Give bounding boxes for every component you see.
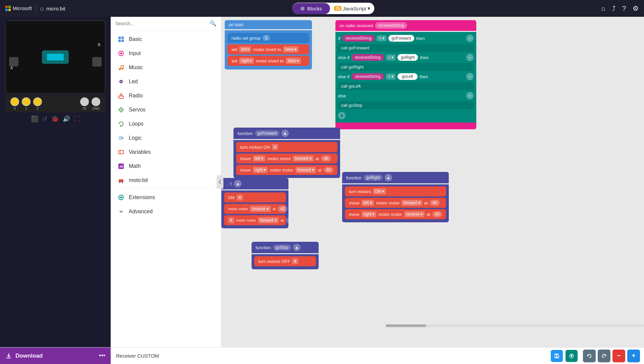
sidebar-item-servos[interactable]: Servos	[111, 103, 221, 117]
on-radio-received-block[interactable]: on radio received receivedString	[335, 20, 476, 31]
blocks-tab[interactable]: ⊞ Blocks	[292, 3, 330, 14]
hscroll-thumb[interactable]	[386, 324, 426, 327]
js-icon: JS	[334, 6, 341, 11]
false-dropdown-left[interactable]: false ▾	[283, 46, 298, 52]
fn-goright-header[interactable]: function goRight ▲	[342, 172, 449, 183]
call-goforward-block[interactable]: call goForward	[338, 44, 474, 52]
sim-stop-btn[interactable]: ⬛	[31, 115, 38, 123]
blocks-canvas[interactable]: on start radio set group 1 set left ▾ mo…	[221, 17, 644, 347]
download-more-btn[interactable]: •••	[99, 352, 105, 359]
sidebar-item-basic[interactable]: Basic	[111, 32, 221, 46]
fn-gostop-collapse-btn[interactable]: ▲	[293, 244, 301, 251]
music-icon	[117, 64, 125, 71]
goleft-move1-block[interactable]: motor motor reverse ▾ at 40	[224, 204, 286, 214]
goright-turn-on-block[interactable]: turn motors ON ▾	[345, 186, 446, 196]
elseif1-minus-btn[interactable]: −	[466, 54, 474, 61]
fn-goleft-header[interactable]: …ft ▲	[221, 178, 288, 189]
sidebar-item-variables[interactable]: Variables	[111, 145, 221, 159]
on-start-block[interactable]: on start	[225, 20, 312, 29]
extensions-icon	[117, 194, 125, 201]
sidebar-item-input[interactable]: Input	[111, 46, 221, 60]
undo-btn[interactable]	[583, 350, 596, 362]
fn-gostop-header[interactable]: function goStop ▲	[252, 242, 319, 253]
microbit-screen	[42, 50, 69, 64]
sim-debug-btn[interactable]: 🐞	[51, 115, 59, 123]
elseif-goleft-block[interactable]: else if receivedString = ▾ goLeft then −	[338, 72, 474, 81]
github-btn[interactable]	[566, 350, 578, 362]
call-goright-block[interactable]: call goRight	[338, 63, 474, 71]
call-gostop-block[interactable]: call goStop	[338, 101, 474, 109]
false-dropdown-right[interactable]: false ▾	[286, 58, 301, 64]
loops-icon	[117, 120, 125, 128]
svg-point-15	[120, 109, 122, 110]
else-block[interactable]: else −	[338, 91, 474, 100]
download-button[interactable]: Download •••	[0, 348, 111, 364]
search-icon[interactable]: 🔍	[210, 20, 216, 27]
fn-goforward-body: turn motors ON ▾ move left ▾ motor motor…	[233, 140, 340, 178]
pin-1: 1	[22, 97, 31, 110]
sim-restart-btn[interactable]: ↺	[42, 115, 47, 123]
left-dropdown[interactable]: left ▾	[239, 46, 251, 52]
svg-line-10	[121, 65, 123, 66]
goleft-turn-on-block[interactable]: ON ▾	[224, 192, 286, 202]
sidebar-item-loops[interactable]: Loops	[111, 117, 221, 131]
if-goforward-block[interactable]: if receivedString = ▾ goForward then − c…	[335, 32, 476, 123]
sidebar-item-led[interactable]: Led	[111, 75, 221, 89]
settings-icon[interactable]: ⚙	[633, 4, 639, 12]
fn-collapse-btn[interactable]: ▲	[281, 130, 289, 137]
zoom-out-btn[interactable]: −	[612, 350, 625, 362]
undo-icon	[586, 353, 592, 359]
goleft-move2-block[interactable]: ▾ motor motor forward ▾ at 40	[224, 215, 286, 225]
sidebar-item-extensions[interactable]: Extensions	[111, 190, 221, 204]
svg-point-23	[122, 182, 123, 183]
turn-motors-on-block[interactable]: turn motors ON ▾	[236, 142, 337, 152]
set-right-invert-block[interactable]: set right ▾ motor invert to false ▾	[227, 56, 309, 66]
math-icon: ab	[117, 163, 125, 170]
sidebar-item-advanced[interactable]: Advanced	[111, 204, 221, 219]
download-btn-label: Download	[5, 353, 43, 359]
right-dropdown[interactable]: right ▾	[239, 58, 254, 64]
sim-fullscreen-btn[interactable]: ⛶	[74, 116, 80, 123]
move-right-forward-block[interactable]: move right ▾ motor motor forward ▾ at 40	[236, 165, 337, 175]
search-input[interactable]	[115, 21, 207, 26]
filename-input[interactable]	[116, 353, 547, 359]
goright-move-left-block[interactable]: move left ▾ motor motor forward ▾ at 40	[345, 198, 446, 208]
if-minus-btn[interactable]: −	[466, 35, 474, 42]
fn-goright-collapse-btn[interactable]: ▲	[385, 174, 392, 181]
sidebar-collapse-btn[interactable]	[217, 175, 223, 189]
elseif2-minus-btn[interactable]: −	[466, 73, 474, 80]
save-file-btn[interactable]	[551, 350, 563, 362]
zoom-in-btn[interactable]: +	[627, 350, 640, 362]
topnav-right: ⌂ ⤴ ? ⚙	[601, 4, 639, 12]
microbit-button-a[interactable]	[9, 57, 18, 66]
sidebar-divider	[116, 189, 216, 189]
fn-goright-body: turn motors ON ▾ move left ▾ motor motor…	[342, 184, 449, 222]
sidebar-item-radio[interactable]: Radio	[111, 89, 221, 103]
sim-sound-btn[interactable]: 🔊	[63, 115, 70, 123]
svg-rect-0	[118, 37, 121, 39]
sidebar-item-logic[interactable]: Logic	[111, 131, 221, 145]
microbit-button-b[interactable]	[92, 57, 102, 66]
move-left-forward-block[interactable]: move left ▾ motor motor forward ▾ at 40	[236, 153, 337, 164]
if-plus-btn[interactable]: +	[338, 112, 345, 119]
sidebar-item-motobit[interactable]: moto:bit	[111, 173, 221, 187]
sidebar-item-math[interactable]: ab Math	[111, 159, 221, 173]
redo-btn[interactable]	[598, 350, 610, 362]
share-icon[interactable]: ⤴	[612, 5, 615, 12]
set-left-invert-block[interactable]: set left ▾ motor invert to false ▾	[227, 44, 309, 54]
pin-3v: 3V	[80, 97, 89, 110]
gostop-turn-off-block[interactable]: turn motors OFF ▾	[254, 256, 316, 266]
fn-goleft-collapse-btn[interactable]: ▲	[234, 180, 241, 187]
javascript-tab[interactable]: JS JavaScript ▾	[330, 3, 374, 14]
home-icon[interactable]: ⌂	[601, 5, 605, 12]
call-goleft-block[interactable]: call goLeft	[338, 82, 474, 90]
elseif-goright-block[interactable]: else if receivedString = ▾ goRight then …	[338, 53, 474, 62]
help-icon[interactable]: ?	[622, 5, 626, 12]
goright-move-right-block[interactable]: move right ▾ motor motor reverse ▾ at 40	[345, 209, 446, 219]
goleft-str-oval: goLeft	[397, 73, 418, 80]
radio-set-group-block[interactable]: radio set group 1	[227, 33, 309, 43]
canvas-hscroll[interactable]	[386, 324, 644, 327]
sidebar-item-music[interactable]: Music	[111, 60, 221, 75]
fn-goforward-header[interactable]: function goForward ▲	[233, 128, 340, 139]
else-minus-btn[interactable]: −	[466, 92, 474, 99]
